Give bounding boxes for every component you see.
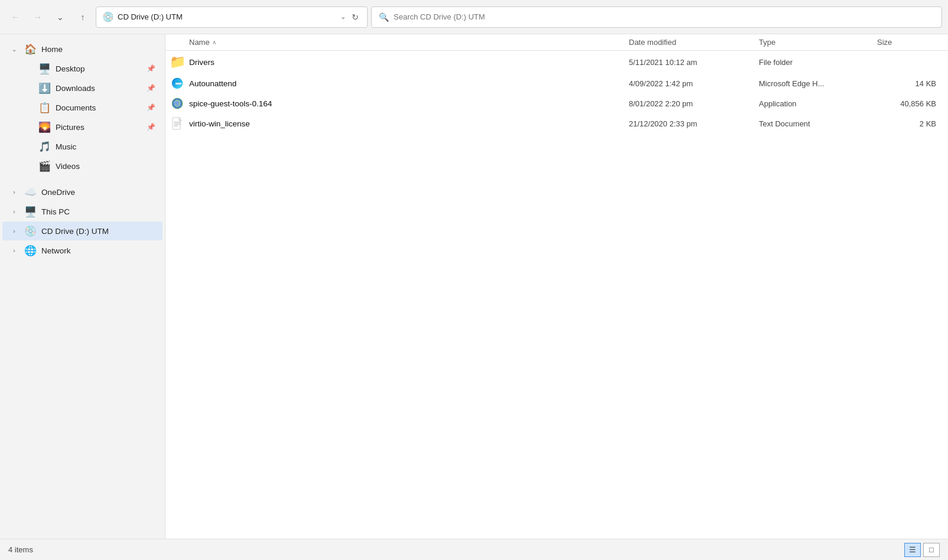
file-row-drivers[interactable]: 📁 Drivers 5/11/2021 10:12 am File folder xyxy=(165,51,948,73)
file-rows: 📁 Drivers 5/11/2021 10:12 am File folder xyxy=(165,51,948,539)
home-icon: 🏠 xyxy=(24,43,37,56)
sidebar-thispc-label: This PC xyxy=(41,207,70,216)
view-tile-button[interactable]: □ xyxy=(923,543,940,557)
file-type-autounattend: Microsoft Edge H... xyxy=(759,79,877,88)
sidebar-videos-label: Videos xyxy=(56,162,80,171)
sidebar-item-onedrive[interactable]: › ☁️ OneDrive xyxy=(2,183,163,201)
address-path-text: CD Drive (D:) UTM xyxy=(118,12,337,21)
item-count: 4 items xyxy=(8,545,33,554)
documents-spacer xyxy=(24,103,33,112)
sidebar-downloads-label: Downloads xyxy=(56,84,95,93)
desktop-icon: 🖥️ xyxy=(38,62,51,75)
pictures-pin-icon: 📌 xyxy=(147,123,155,131)
search-bar[interactable]: 🔍 xyxy=(371,6,942,28)
view-buttons: ☰ □ xyxy=(904,543,940,557)
sidebar-onedrive-label: OneDrive xyxy=(41,188,75,197)
cddrive-expander-icon: › xyxy=(9,226,19,236)
status-bar: 4 items ☰ □ xyxy=(0,539,948,560)
file-date-autounattend: 4/09/2022 1:42 pm xyxy=(629,79,759,88)
forward-button[interactable]: → xyxy=(28,8,47,27)
file-name-autounattend: Autounattend xyxy=(189,79,629,88)
file-date-drivers: 5/11/2021 10:12 am xyxy=(629,58,759,67)
downloads-icon: ⬇️ xyxy=(38,82,51,95)
desktop-pin-icon: 📌 xyxy=(147,64,155,73)
file-row-virtio[interactable]: virtio-win_license 21/12/2020 2:33 pm Te… xyxy=(165,113,948,134)
folder-icon: 📁 xyxy=(165,54,189,70)
refresh-button[interactable]: ↻ xyxy=(349,11,361,23)
downloads-spacer xyxy=(24,83,33,93)
dropdown-button[interactable]: ⌄ xyxy=(51,8,70,27)
thispc-expander-icon: › xyxy=(9,207,19,216)
file-row-spice[interactable]: spice-guest-tools-0.164 8/01/2022 2:20 p… xyxy=(165,93,948,113)
address-drive-icon: 💿 xyxy=(102,11,114,22)
col-header-size[interactable]: Size xyxy=(877,38,948,47)
up-button[interactable]: ↑ xyxy=(73,8,92,27)
sidebar-item-pictures[interactable]: 🌄 Pictures 📌 xyxy=(2,118,163,136)
view-list-button[interactable]: ☰ xyxy=(904,543,921,557)
file-date-spice: 8/01/2022 2:20 pm xyxy=(629,99,759,108)
thispc-icon: 🖥️ xyxy=(24,205,37,218)
network-icon: 🌐 xyxy=(24,244,37,257)
cdrive-icon: 💿 xyxy=(24,224,37,237)
col-header-type[interactable]: Type xyxy=(759,38,877,47)
videos-spacer xyxy=(24,161,33,171)
file-date-virtio: 21/12/2020 2:33 pm xyxy=(629,119,759,128)
documents-pin-icon: 📌 xyxy=(147,103,155,112)
file-type-virtio: Text Document xyxy=(759,119,877,128)
sidebar-item-documents[interactable]: 📋 Documents 📌 xyxy=(2,98,163,117)
pictures-spacer xyxy=(24,122,33,132)
back-button[interactable]: ← xyxy=(6,8,25,27)
downloads-pin-icon: 📌 xyxy=(147,84,155,92)
file-size-virtio: 2 KB xyxy=(877,119,948,128)
file-name-virtio: virtio-win_license xyxy=(189,119,629,128)
music-spacer xyxy=(24,142,33,151)
sidebar-network-label: Network xyxy=(41,246,71,255)
desktop-spacer xyxy=(24,64,33,73)
search-icon: 🔍 xyxy=(379,12,389,22)
onedrive-icon: ☁️ xyxy=(24,185,37,198)
sidebar-cddrive-label: CD Drive (D:) UTM xyxy=(41,227,109,236)
file-table-header: Name ∧ Date modified Type Size xyxy=(165,34,948,51)
toolbar: ← → ⌄ ↑ 💿 CD Drive (D:) UTM ⌄ ↻ 🔍 xyxy=(0,0,948,34)
file-size-spice: 40,856 KB xyxy=(877,99,948,108)
address-bar[interactable]: 💿 CD Drive (D:) UTM ⌄ ↻ xyxy=(96,6,368,28)
sidebar-item-videos[interactable]: 🎬 Videos xyxy=(2,157,163,175)
sidebar-item-downloads[interactable]: ⬇️ Downloads 📌 xyxy=(2,79,163,97)
col-header-date[interactable]: Date modified xyxy=(629,38,759,47)
documents-icon: 📋 xyxy=(38,101,51,114)
file-type-drivers: File folder xyxy=(759,58,877,67)
file-name-drivers: Drivers xyxy=(189,58,629,67)
file-size-autounattend: 14 KB xyxy=(877,79,948,88)
onedrive-expander-icon: › xyxy=(9,187,19,197)
search-input[interactable] xyxy=(394,12,934,21)
pictures-icon: 🌄 xyxy=(38,121,51,134)
col-header-name[interactable]: Name ∧ xyxy=(165,38,629,47)
address-chevron-icon: ⌄ xyxy=(340,13,346,21)
sidebar-item-home[interactable]: ⌄ 🏠 Home xyxy=(2,40,163,58)
videos-icon: 🎬 xyxy=(38,159,51,172)
sidebar-music-label: Music xyxy=(56,142,76,151)
sidebar-documents-label: Documents xyxy=(56,103,96,112)
sidebar-item-network[interactable]: › 🌐 Network xyxy=(2,241,163,260)
sidebar-item-thispc[interactable]: › 🖥️ This PC xyxy=(2,202,163,221)
edge-icon xyxy=(165,77,189,90)
sidebar-item-music[interactable]: 🎵 Music xyxy=(2,137,163,156)
app-icon xyxy=(165,97,189,110)
sidebar: ⌄ 🏠 Home 🖥️ Desktop 📌 ⬇️ Downloads 📌 📋 D… xyxy=(0,34,165,539)
sidebar-pictures-label: Pictures xyxy=(56,123,85,132)
file-area: Name ∧ Date modified Type Size 📁 Drivers… xyxy=(165,34,948,539)
sidebar-item-desktop[interactable]: 🖥️ Desktop 📌 xyxy=(2,59,163,78)
main-area: ⌄ 🏠 Home 🖥️ Desktop 📌 ⬇️ Downloads 📌 📋 D… xyxy=(0,34,948,539)
network-expander-icon: › xyxy=(9,246,19,255)
home-expander-icon: ⌄ xyxy=(9,44,19,54)
file-row-autounattend[interactable]: Autounattend 4/09/2022 1:42 pm Microsoft… xyxy=(165,73,948,93)
file-type-spice: Application xyxy=(759,99,877,108)
name-sort-arrow: ∧ xyxy=(212,39,216,45)
sidebar-home-label: Home xyxy=(41,45,63,54)
sidebar-desktop-label: Desktop xyxy=(56,64,85,73)
sidebar-item-cddrive[interactable]: › 💿 CD Drive (D:) UTM xyxy=(2,222,163,240)
music-icon: 🎵 xyxy=(38,140,51,153)
file-name-spice: spice-guest-tools-0.164 xyxy=(189,99,629,108)
text-icon xyxy=(165,117,189,130)
